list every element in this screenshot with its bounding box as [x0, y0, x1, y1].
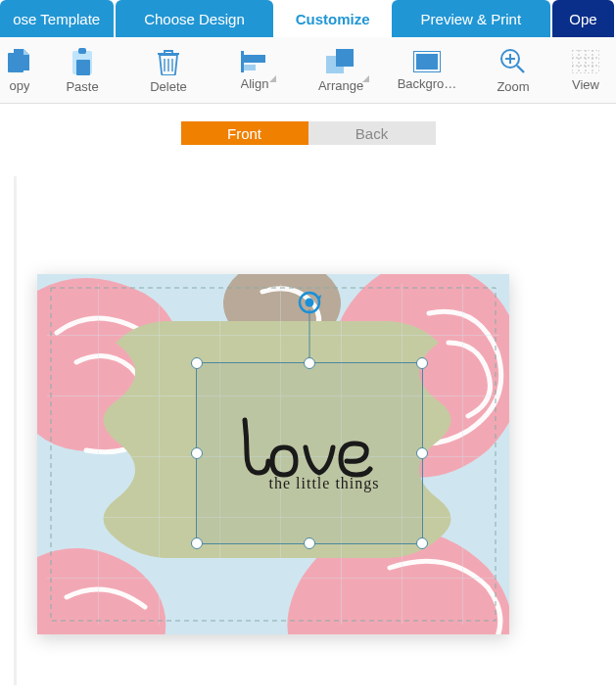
svg-rect-10 — [416, 54, 438, 70]
resize-handle-tr[interactable] — [416, 357, 428, 369]
resize-handle-tm[interactable] — [304, 357, 315, 369]
tab-preview-print[interactable]: Preview & Print — [392, 0, 550, 37]
arrange-icon — [326, 49, 355, 74]
text-object: the little things — [197, 363, 422, 543]
resize-handle-ml[interactable] — [191, 447, 203, 459]
paste-icon — [71, 48, 94, 75]
rotation-connector — [309, 309, 310, 363]
zoom-icon — [499, 48, 527, 75]
tab-open[interactable]: Ope — [552, 0, 614, 37]
resize-handle-bl[interactable] — [191, 537, 203, 549]
background-icon — [413, 51, 441, 72]
copy-icon — [8, 49, 31, 74]
tool-label: Arrange — [318, 78, 363, 93]
tool-label: Align — [241, 76, 269, 91]
tab-label: Preview & Print — [421, 11, 522, 27]
card-artboard[interactable]: the little things — [37, 274, 509, 634]
tab-label: Ope — [569, 11, 596, 27]
love-word-art — [231, 414, 388, 483]
wizard-tabs: ose Template Choose Design Customize Pre… — [0, 0, 616, 37]
tab-label: ose Template — [13, 11, 100, 27]
arrange-button[interactable]: Arrange — [298, 41, 384, 100]
svg-point-17 — [306, 299, 314, 307]
side-front[interactable]: Front — [181, 121, 308, 145]
tab-label: Choose Design — [144, 11, 245, 27]
paste-button[interactable]: Paste — [39, 41, 125, 100]
tab-label: Customize — [296, 11, 370, 27]
zoom-button[interactable]: Zoom — [470, 41, 556, 100]
side-label: Front — [227, 125, 261, 142]
trash-icon — [157, 48, 180, 75]
subline-text: the little things — [269, 475, 380, 492]
tool-label: opy — [10, 78, 30, 93]
rotation-icon — [297, 290, 322, 315]
scrollbar-track[interactable] — [14, 176, 17, 685]
tool-label: Delete — [150, 79, 187, 94]
svg-rect-2 — [78, 48, 86, 54]
svg-rect-5 — [244, 55, 265, 63]
svg-rect-4 — [241, 51, 244, 72]
resize-handle-mr[interactable] — [416, 447, 428, 459]
side-label: Back — [355, 125, 388, 142]
dropdown-indicator-icon — [269, 75, 276, 82]
copy-button[interactable]: opy — [0, 41, 39, 100]
dropdown-indicator-icon — [362, 75, 369, 82]
tool-label: View — [572, 77, 599, 92]
tool-label: Backgro… — [398, 76, 457, 91]
side-selector: Front Back — [181, 121, 436, 145]
background-button[interactable]: Backgro… — [384, 41, 470, 100]
toolbar: opy Paste Delete Align Arrange — [0, 37, 616, 104]
svg-rect-3 — [76, 60, 90, 75]
design-canvas[interactable]: the little things — [14, 176, 601, 685]
svg-rect-8 — [336, 49, 354, 67]
tab-choose-template[interactable]: ose Template — [0, 0, 114, 37]
tool-label: Zoom — [497, 79, 529, 94]
grid-icon — [572, 50, 599, 73]
align-icon — [241, 51, 268, 72]
tool-label: Paste — [66, 79, 98, 94]
selection-box[interactable]: the little things — [196, 362, 423, 544]
delete-button[interactable]: Delete — [125, 41, 212, 100]
rotation-handle[interactable] — [297, 290, 322, 315]
view-grid-button[interactable]: View — [556, 41, 615, 100]
svg-rect-6 — [244, 65, 256, 70]
tab-customize[interactable]: Customize — [275, 0, 390, 37]
align-button[interactable]: Align — [212, 41, 298, 100]
resize-handle-br[interactable] — [416, 537, 428, 549]
tab-choose-design[interactable]: Choose Design — [116, 0, 274, 37]
resize-handle-tl[interactable] — [191, 357, 203, 369]
resize-handle-bm[interactable] — [304, 537, 315, 549]
side-back[interactable]: Back — [308, 121, 436, 145]
